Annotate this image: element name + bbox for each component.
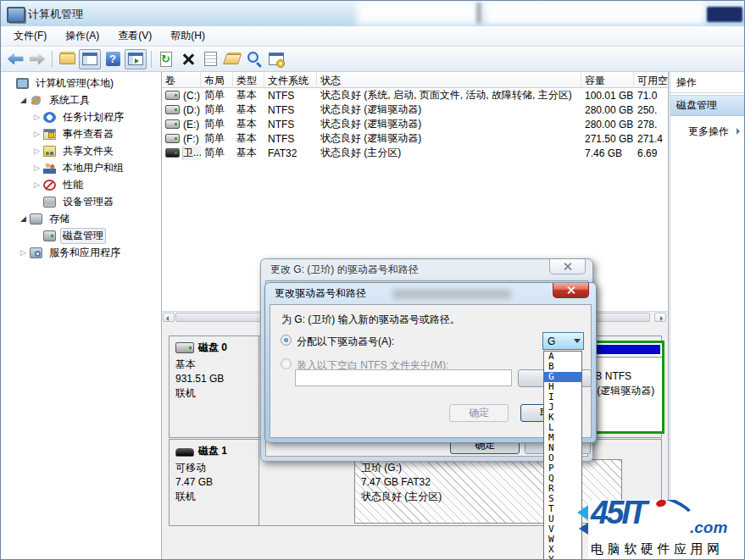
help-icon[interactable]: [103, 50, 123, 69]
tree-item-services-applications[interactable]: ▷服务和应用程序: [1, 244, 161, 261]
cell: 基本: [233, 88, 264, 103]
column-header-3[interactable]: 文件系统: [264, 72, 317, 88]
cell: 简单: [201, 88, 233, 103]
tree-item-label: 系统工具: [47, 92, 92, 108]
find-icon[interactable]: [244, 50, 264, 69]
cell: 71.0: [634, 90, 669, 102]
watermark-logo: 45IT .com 电脑软硬件应用网: [588, 500, 744, 559]
cell: NTFS: [264, 90, 317, 102]
volume-name: (F:): [183, 133, 199, 145]
volume-cell: 卫...: [162, 146, 201, 160]
scroll-left-icon[interactable]: [163, 313, 175, 322]
show-console-tree-icon[interactable]: [79, 49, 101, 69]
volume-name: 卫...: [183, 146, 201, 160]
menu-item-1[interactable]: 操作(A): [56, 26, 108, 46]
window-title: 计算机管理: [28, 7, 83, 22]
tree-item-system-tools[interactable]: ◢系统工具: [1, 91, 161, 108]
forward-icon[interactable]: [27, 50, 47, 69]
cell: 状态良好 (逻辑驱动器): [317, 117, 581, 131]
tree-item-storage[interactable]: ◢存储: [1, 210, 161, 227]
delete-icon[interactable]: [178, 50, 198, 69]
tree-item-computer-management[interactable]: 计算机管理(本地): [1, 75, 161, 91]
export-list-icon[interactable]: [57, 50, 77, 69]
volume-drive-icon: [165, 91, 180, 100]
removable-disk-icon: [175, 448, 194, 457]
table-row[interactable]: (C:)简单基本NTFS状态良好 (系统, 启动, 页面文件, 活动, 故障转储…: [162, 88, 668, 103]
menu-item-3[interactable]: 帮助(H): [161, 26, 214, 46]
cell: 271.4: [634, 133, 669, 145]
column-header-6[interactable]: 可用空间: [634, 72, 669, 88]
cell: NTFS: [264, 133, 317, 145]
expander-icon[interactable]: ▷: [31, 180, 43, 189]
expander-icon[interactable]: ◢: [17, 214, 30, 223]
back-icon[interactable]: [5, 50, 25, 69]
separator: [151, 51, 152, 68]
disk-settings-icon[interactable]: [266, 50, 286, 69]
actions-pane: 操作 磁盘管理 更多操作: [670, 72, 745, 560]
column-header-0[interactable]: 卷: [162, 72, 201, 88]
disk-1-label[interactable]: 磁盘 1 可移动 7.47 GB 联机: [170, 440, 259, 525]
mount-folder-radio[interactable]: [281, 358, 292, 369]
device-icon: [43, 197, 56, 208]
more-actions[interactable]: 更多操作: [688, 125, 745, 139]
table-row[interactable]: (F:)简单基本NTFS状态良好 (逻辑驱动器)271.50 GB271.4: [162, 131, 668, 146]
volume-cell: (C:): [162, 90, 201, 102]
open-icon[interactable]: [222, 50, 242, 69]
services-icon: [30, 247, 42, 258]
table-row[interactable]: 卫...简单基本FAT32状态良好 (主分区)7.46 GB6.69: [162, 146, 668, 160]
disk-0-label[interactable]: 磁盘 0 基本 931.51 GB 联机: [170, 336, 259, 437]
tree-item-label: 本地用户和组: [60, 160, 126, 176]
performance-icon: [43, 180, 56, 191]
tree-item-disk-management[interactable]: 磁盘管理: [1, 227, 161, 244]
cell: 基本: [233, 131, 264, 146]
table-row[interactable]: (E:)简单基本NTFS状态良好 (逻辑驱动器)280.00 GB278.: [162, 117, 668, 131]
tree-item-device-manager[interactable]: 设备管理器: [1, 193, 161, 210]
prompt-text: 为 G: (卫玠) 输入新的驱动器号或路径。: [281, 313, 460, 327]
volume-cell: (D:): [162, 104, 201, 116]
cell: 278.: [634, 119, 669, 130]
show-action-pane-icon[interactable]: [125, 49, 147, 69]
drive-letter-combobox[interactable]: G: [542, 332, 584, 350]
close-icon[interactable]: [549, 259, 586, 274]
table-row[interactable]: (D:)简单基本NTFS状态良好 (逻辑驱动器)280.00 GB250.: [162, 103, 668, 117]
column-header-1[interactable]: 布局: [201, 72, 233, 88]
expander-icon[interactable]: ▷: [31, 147, 43, 155]
storage-icon: [30, 213, 42, 225]
volume-cell: (E:): [162, 119, 201, 130]
mount-path-input[interactable]: [295, 369, 512, 386]
menu-item-2[interactable]: 查看(V): [108, 26, 161, 46]
tree-item-shared-folders[interactable]: ▷共享文件夹: [1, 142, 161, 159]
properties-icon[interactable]: [200, 50, 220, 69]
assign-letter-radio[interactable]: [281, 335, 292, 346]
menu-item-0[interactable]: 文件(F): [4, 26, 56, 46]
expander-icon[interactable]: ◢: [17, 96, 30, 104]
computer-management-window: 计算机管理 文件(F)操作(A)查看(V)帮助(H) 计算机管理(本地)◢系统工…: [0, 0, 745, 560]
cell: 简单: [201, 117, 233, 131]
scroll-right-icon[interactable]: [654, 313, 666, 322]
close-icon[interactable]: [553, 283, 589, 298]
expander-icon[interactable]: ▷: [31, 130, 43, 138]
tree-item-local-users-groups[interactable]: ▷本地用户和组: [1, 159, 161, 176]
tree-item-event-viewer[interactable]: ▷事件查看器: [1, 125, 161, 142]
column-header-4[interactable]: 状态: [317, 72, 581, 88]
expander-icon[interactable]: ▷: [17, 248, 30, 257]
drive-letter-option[interactable]: Y: [544, 555, 581, 560]
tree-item-task-scheduler[interactable]: ▷任务计划程序: [1, 108, 161, 125]
tree-item-label: 存储: [47, 211, 72, 227]
ok-button[interactable]: 确定: [449, 404, 509, 422]
expander-icon[interactable]: ▷: [31, 164, 43, 172]
title-bar: 计算机管理: [1, 1, 744, 27]
expander-icon[interactable]: ▷: [31, 113, 43, 121]
tools-icon: [30, 95, 42, 106]
cell: 状态良好 (逻辑驱动器): [317, 131, 581, 146]
column-header-5[interactable]: 容量: [581, 72, 634, 88]
column-header-2[interactable]: 类型: [233, 72, 264, 88]
volume-drive-icon: [165, 134, 180, 143]
actions-group-disk-management[interactable]: 磁盘管理: [670, 95, 745, 116]
watermark-com: .com: [690, 518, 727, 537]
cell: 250.: [634, 104, 669, 116]
volume-removable-icon: [165, 148, 180, 158]
tree-item-performance[interactable]: ▷性能: [1, 176, 161, 193]
refresh-icon[interactable]: [156, 50, 176, 69]
chevron-down-icon[interactable]: [570, 335, 583, 347]
